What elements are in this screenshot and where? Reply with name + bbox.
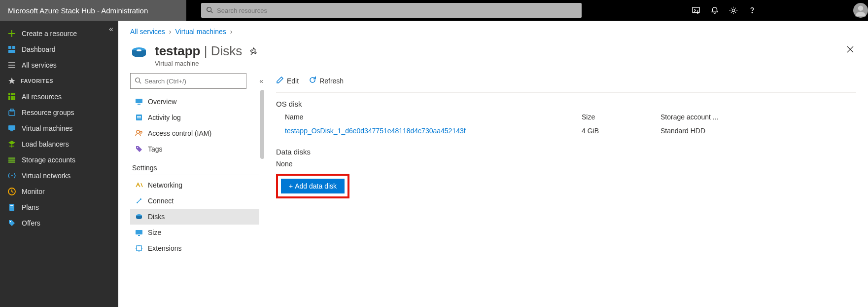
account-area[interactable] (765, 0, 849, 21)
col-header-storage[interactable]: Storage account ... (660, 113, 856, 121)
load-balancer-icon (8, 140, 16, 148)
res-item-disks[interactable]: Disks (130, 209, 259, 225)
command-bar: Edit Refresh (276, 73, 856, 93)
cloud-shell-icon[interactable] (692, 6, 700, 15)
svg-rect-8 (8, 46, 11, 49)
sidebar-item-label: Plans (22, 203, 39, 211)
sidebar-collapse-icon[interactable]: « (109, 25, 113, 34)
notifications-icon[interactable] (710, 6, 719, 15)
grid-icon (8, 93, 16, 101)
res-heading-settings: Settings (130, 157, 259, 175)
sidebar-item-monitor[interactable]: Monitor (0, 184, 118, 199)
res-item-connect[interactable]: Connect (130, 193, 259, 209)
res-item-networking[interactable]: Networking (130, 177, 259, 193)
disk-icon (130, 44, 148, 62)
scrollbar[interactable] (260, 90, 264, 159)
user-avatar[interactable] (853, 3, 868, 18)
sidebar-item-label: Virtual machines (22, 124, 72, 132)
close-icon[interactable] (846, 45, 854, 55)
svg-rect-26 (10, 130, 13, 131)
res-item-label: Connect (148, 197, 174, 205)
sidebar-item-offers[interactable]: Offers (0, 215, 118, 231)
res-item-activity-log[interactable]: Activity log (130, 110, 259, 125)
cmd-label: Edit (287, 77, 299, 85)
sidebar-item-resource-groups[interactable]: Resource groups (0, 105, 118, 120)
activity-log-icon (135, 114, 143, 121)
sidebar-item-label: Dashboard (22, 45, 56, 53)
sidebar-all-services[interactable]: All services (0, 57, 118, 73)
grid-header: Name Size Storage account ... (276, 113, 856, 121)
cmd-edit[interactable]: Edit (276, 76, 299, 85)
sidebar-item-virtual-machines[interactable]: Virtual machines (0, 120, 118, 136)
list-icon (8, 61, 16, 69)
svg-rect-29 (8, 161, 15, 163)
add-disk-highlight: + Add data disk (276, 174, 349, 198)
resource-menu-search-input[interactable] (144, 77, 242, 85)
sidebar-favorites-heading: FAVORITES (0, 73, 118, 89)
svg-point-3 (732, 9, 734, 11)
star-icon (8, 77, 16, 85)
sidebar-dashboard[interactable]: Dashboard (0, 41, 118, 57)
svg-line-37 (251, 53, 253, 55)
os-disk-link[interactable]: testapp_OsDisk_1_d6e0d347751e48118d4c730… (276, 127, 582, 135)
cmd-label: Refresh (319, 77, 344, 85)
res-item-tags[interactable]: Tags (130, 141, 259, 157)
sidebar-item-plans[interactable]: Plans (0, 199, 118, 215)
tags-icon (135, 145, 143, 153)
search-icon (206, 6, 217, 15)
chevron-right-icon: › (230, 28, 233, 36)
sidebar-create-resource[interactable]: Create a resource (0, 26, 118, 41)
sidebar-item-storage-accounts[interactable]: Storage accounts (0, 152, 118, 168)
res-item-overview[interactable]: Overview (130, 94, 259, 110)
svg-point-40 (136, 77, 140, 82)
sidebar-item-load-balancers[interactable]: Load balancers (0, 136, 118, 152)
resource-menu-search[interactable] (130, 73, 246, 89)
pin-icon[interactable] (250, 49, 258, 57)
dashboard-icon (8, 45, 16, 53)
res-item-size[interactable]: Size (130, 225, 259, 240)
cmd-refresh[interactable]: Refresh (309, 76, 344, 85)
iam-icon (135, 129, 143, 137)
svg-rect-33 (10, 207, 13, 207)
sidebar-item-virtual-networks[interactable]: Virtual networks (0, 168, 118, 184)
refresh-icon (309, 76, 316, 85)
col-header-name[interactable]: Name (276, 113, 582, 121)
topbar-title: Microsoft Azure Stack Hub - Administrati… (0, 0, 186, 21)
storage-icon (8, 156, 16, 164)
data-disks-none: None (276, 160, 856, 168)
global-search-input[interactable] (217, 7, 577, 14)
sidebar-item-all-resources[interactable]: All resources (0, 89, 118, 105)
col-header-size[interactable]: Size (582, 113, 660, 121)
help-icon[interactable] (748, 6, 757, 15)
svg-point-0 (207, 7, 211, 11)
svg-rect-42 (136, 99, 142, 103)
breadcrumb-virtual-machines[interactable]: Virtual machines (175, 28, 226, 36)
add-data-disk-button[interactable]: + Add data disk (281, 179, 345, 193)
resource-menu-collapse-icon[interactable]: « (259, 77, 263, 85)
blade-name: Disks (211, 43, 243, 58)
svg-point-5 (858, 5, 864, 11)
resource-name: testapp (155, 43, 200, 58)
settings-icon[interactable] (729, 6, 738, 15)
topbar: Microsoft Azure Stack Hub - Administrati… (0, 0, 868, 21)
svg-rect-28 (8, 159, 15, 161)
res-item-extensions[interactable]: Extensions (130, 240, 259, 256)
svg-point-4 (752, 12, 752, 13)
global-search[interactable] (201, 3, 582, 18)
res-item-access-control[interactable]: Access control (IAM) (130, 125, 259, 141)
chevron-right-icon: › (169, 28, 172, 36)
svg-line-1 (211, 11, 213, 13)
svg-rect-9 (12, 46, 15, 49)
extensions-icon (135, 244, 143, 252)
content: All services › Virtual machines › testap… (118, 21, 868, 307)
svg-rect-53 (137, 246, 141, 251)
breadcrumb-all-services[interactable]: All services (130, 28, 165, 36)
svg-rect-52 (138, 235, 140, 236)
svg-rect-16 (13, 93, 15, 95)
os-disk-size: 4 GiB (582, 127, 660, 135)
plus-icon (8, 30, 16, 38)
sidebar: « Create a resource Dashboard All servic… (0, 21, 118, 307)
offers-icon (8, 219, 16, 227)
sidebar-item-label: Offers (22, 219, 40, 227)
edit-icon (276, 76, 284, 85)
